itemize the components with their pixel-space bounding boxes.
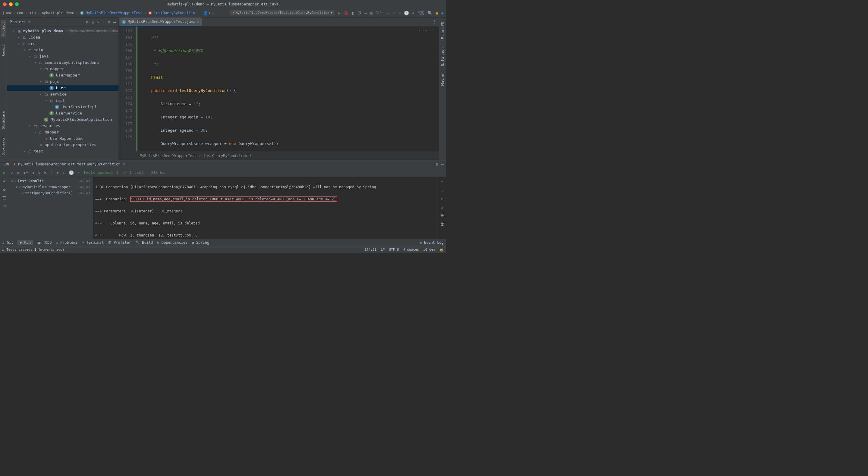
tree-mapper-res[interactable]: ▾🗀mapper <box>7 129 119 135</box>
tool-commit[interactable]: Commit <box>1 42 6 58</box>
tree-main[interactable]: ▾🗀main <box>7 47 119 53</box>
breadcrumb-java[interactable]: java <box>2 11 11 15</box>
project-tree[interactable]: ▾▣mybatis-plus-demo~/Desktop/development… <box>7 27 119 155</box>
tool-structure[interactable]: Structure <box>1 109 6 131</box>
search-icon[interactable]: 🔍 <box>427 10 433 15</box>
print-icon[interactable]: 🖶 <box>440 213 444 218</box>
test-root[interactable]: ▾ ✓ Test Results348 ms <box>8 178 93 184</box>
profile-button[interactable]: ⏱ <box>357 10 361 15</box>
soft-wrap-icon[interactable]: ⏎ <box>441 196 443 201</box>
tree-userservice[interactable]: IUserService <box>7 110 119 116</box>
tree-user[interactable]: cUser <box>7 85 119 91</box>
expand-all-icon[interactable]: ⇲ <box>91 20 94 24</box>
close-window[interactable] <box>3 2 7 6</box>
tree-java[interactable]: ▾🗀java <box>7 53 119 59</box>
settings-icon[interactable]: ⚙ <box>108 20 110 24</box>
tab-git[interactable]: ↙ Git <box>2 241 13 245</box>
tab-spring[interactable]: ✿ Spring <box>192 241 209 245</box>
avatar-icon[interactable]: ● <box>435 10 438 15</box>
breadcrumb-class[interactable]: MyBatisPlusDemoWrapperTest <box>86 11 143 15</box>
scroll-down-icon[interactable]: ↓ <box>441 188 443 192</box>
down-icon[interactable]: ↓ <box>62 170 65 175</box>
tool-plantuml[interactable]: PlantUML <box>440 19 445 41</box>
ide-settings-icon[interactable]: ◆ <box>441 10 444 15</box>
git-rollback-icon[interactable]: ↶ <box>412 10 414 15</box>
tool-database[interactable]: Database <box>440 45 445 68</box>
git-commit-icon[interactable]: ✓ <box>393 10 395 15</box>
breadcrumb-method[interactable]: testQueryByCondition <box>154 11 198 15</box>
toggle-icon[interactable]: ⊜ <box>3 187 5 192</box>
coverage-button[interactable]: ◐ <box>352 10 354 15</box>
run-configuration-selector[interactable]: ⬇ MyBatisPlusDemoWrapperTest.testQueryBy… <box>230 10 335 15</box>
tab-profiler[interactable]: ⏱ Profiler <box>108 241 131 245</box>
tree-impl[interactable]: ▾🗀impl <box>7 97 119 104</box>
close-run-icon[interactable]: × <box>123 162 125 166</box>
project-label[interactable]: Project <box>10 20 26 24</box>
expand-icon[interactable]: ⇲ <box>38 170 40 175</box>
editor-tab[interactable]: c MyBatisPlusDemoWrapperTest.java × <box>119 18 202 26</box>
git-update-icon[interactable]: ↙ <box>387 10 390 15</box>
tab-dependencies[interactable]: ⚙ Dependencies <box>157 241 187 245</box>
minimize-window[interactable] <box>9 2 13 6</box>
status-line-sep[interactable]: LF <box>381 248 384 252</box>
disabled-icon[interactable]: ⊘ <box>17 170 19 175</box>
breadcrumb-com[interactable]: com <box>17 11 24 15</box>
tree-app[interactable]: cMybatisPlusDemoApplication <box>7 116 119 123</box>
debug-button[interactable]: 🐞 <box>344 10 349 15</box>
clock-icon[interactable]: 🕒 <box>69 170 74 175</box>
status-encoding[interactable]: UTF-8 <box>389 248 399 252</box>
pin-icon[interactable]: ☰ <box>2 195 6 200</box>
maximize-window[interactable] <box>15 2 19 6</box>
tool-project[interactable]: Project <box>1 20 6 37</box>
rerun-icon[interactable]: ▶ <box>3 170 5 175</box>
filter-icon[interactable]: ↕ <box>32 170 34 175</box>
tree-mapper[interactable]: ▾🗀mapper <box>7 66 119 72</box>
clear-icon[interactable]: 🗑 <box>440 221 444 226</box>
translate-icon[interactable]: ᴬ文 <box>418 10 424 16</box>
tool-bookmarks[interactable]: Bookmarks <box>1 135 6 157</box>
exit-icon[interactable]: ⬚ <box>3 204 5 209</box>
tree-resources[interactable]: ▾🗀resources <box>7 123 119 129</box>
more-icon[interactable]: ⋮ <box>432 19 436 24</box>
tree-pkg[interactable]: ▾🗀com.xiu.mybatisplusdemo <box>7 59 119 66</box>
status-lock-icon[interactable]: 🔒 <box>439 248 444 252</box>
console-output[interactable]: JDBC Connection [HikariProxyConnection@8… <box>93 177 438 239</box>
collapse-all-icon[interactable]: ⇱ <box>97 20 99 24</box>
close-tab-icon[interactable]: × <box>197 20 199 24</box>
sort-icon[interactable]: ↓ᴬ <box>23 170 28 175</box>
git-push-icon[interactable]: ↗ <box>398 10 401 15</box>
git-history-icon[interactable]: 🕒 <box>404 10 409 15</box>
status-indent[interactable]: 4 spaces <box>403 248 419 252</box>
scroll-up-icon[interactable]: ↑ <box>441 179 443 184</box>
tree-usermapper-xml[interactable]: ◆UserMapper.xml <box>7 135 119 141</box>
tool-maven[interactable]: Maven <box>440 72 445 87</box>
status-branch[interactable]: ⎇ dev <box>424 248 435 252</box>
up-icon[interactable]: ↑ <box>56 170 59 175</box>
tab-todo[interactable]: ☰ TODO <box>37 241 52 245</box>
collapse-icon[interactable]: ⇱ <box>44 170 47 175</box>
tab-event-log[interactable]: ● Event Log <box>420 241 444 245</box>
tree-appprops[interactable]: ⚙application.properties <box>7 141 119 148</box>
test-method[interactable]: ✓ testQueryByCondition()348 ms <box>8 190 93 196</box>
tree-pojo[interactable]: ▾🗀pojo <box>7 78 119 85</box>
code-editor[interactable]: /** * 根据condition条件查询 */ @Test public vo… <box>138 27 439 151</box>
locate-icon[interactable]: ⊕ <box>86 20 88 24</box>
test-class[interactable]: ▾ ✓ MyBatisPlusDemoWrapper348 ms <box>8 184 93 190</box>
tree-src[interactable]: ▾🗀src <box>7 40 119 47</box>
breadcrumb-pkg[interactable]: mybatisplusdemo <box>41 11 74 15</box>
tree-idea[interactable]: ▸🗀.idea <box>7 34 119 40</box>
status-pos[interactable]: 174:51 <box>364 248 376 252</box>
breadcrumb-xiu[interactable]: xiu <box>29 11 36 15</box>
stop-icon[interactable]: ✔ <box>3 179 5 184</box>
tree-userserviceimpl[interactable]: cUserServiceImpl <box>7 104 119 110</box>
tree-test[interactable]: ▸🗀test <box>7 148 119 154</box>
run-button[interactable]: ▶ <box>338 10 340 15</box>
attach-button[interactable]: ⋯ <box>364 10 367 15</box>
tab-terminal[interactable]: ⌨ Terminal <box>82 241 104 245</box>
tree-service[interactable]: ▾🗀service <box>7 91 119 97</box>
hide-panel-icon[interactable]: — <box>114 20 116 24</box>
hide-run-icon[interactable]: — <box>441 162 444 167</box>
user-icon[interactable]: 👤▾ <box>203 10 210 15</box>
tab-problems[interactable]: ⚠ Problems <box>56 241 78 245</box>
tab-run[interactable]: ▶ Run <box>18 240 33 245</box>
